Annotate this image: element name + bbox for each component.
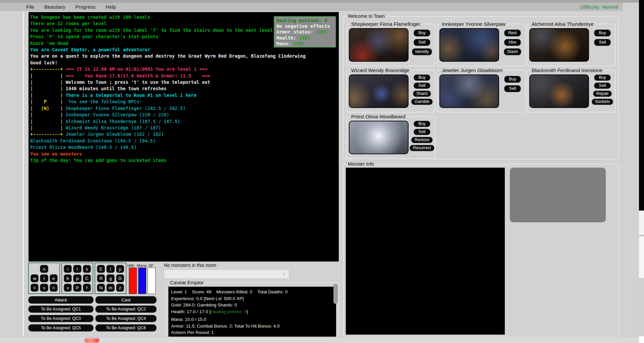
priest-restore-button[interactable]: Restore xyxy=(411,137,433,143)
key-N[interactable]: N xyxy=(97,284,105,292)
text-segment: Armor: 11.5; Combat Bonus: 2; Total To H… xyxy=(171,324,279,329)
key-R[interactable]: R xyxy=(97,274,105,282)
log-line: Priest Olivia Woodbeard (140.5 / 140.5) xyxy=(30,144,339,151)
shopkeeper-sell-button[interactable]: Sell xyxy=(414,39,430,46)
key-l[interactable]: l xyxy=(73,265,81,273)
status-overlay: Healing potions: 8No negative effectsArm… xyxy=(274,16,336,48)
alchemist-sell-button[interactable]: Sell xyxy=(594,39,611,46)
key->[interactable]: > xyxy=(31,284,39,292)
key-o[interactable]: o xyxy=(83,265,91,273)
key-f[interactable]: f xyxy=(83,284,91,292)
npc-card: Innkeeper Yvonne SilverpawRestHireStash xyxy=(437,23,526,66)
menu-item-help[interactable]: Help xyxy=(106,4,116,10)
wizard-portrait xyxy=(349,74,409,108)
movement-keypad: nwte>s< xyxy=(28,263,60,294)
menu-item-progress[interactable]: Progress xyxy=(75,4,96,10)
wizard-shard-button[interactable]: Shard xyxy=(413,91,431,97)
hlth-bar-label: Hlth xyxy=(127,264,134,268)
blacksmith-portrait xyxy=(529,74,589,108)
priest-portrait xyxy=(349,121,409,154)
overlay-line: Health: 100% xyxy=(276,35,333,41)
shopkeeper-identify-button[interactable]: Identify xyxy=(412,48,432,55)
log-line: | | Alchemist Ailsa Thundereye (187.5 / … xyxy=(30,118,339,125)
jeweler-buy-button[interactable]: Buy xyxy=(504,76,521,83)
edge-strip-segment xyxy=(639,336,644,343)
key-g[interactable]: g xyxy=(106,274,114,282)
key-z[interactable]: z xyxy=(116,284,124,292)
quick-command-qc2-button[interactable]: To Be Assigned: QC2 xyxy=(95,305,157,313)
key-e[interactable]: e xyxy=(50,274,58,282)
text-segment: There is a teleportal to Room #1 on leve… xyxy=(66,93,197,98)
log-line: | | === You have 17.0/17.0 Health & Armo… xyxy=(30,73,339,79)
quick-command-qc5-button[interactable]: To Be Assigned: QC5 xyxy=(28,324,94,332)
quick-command-qc1-button[interactable]: To Be Assigned: QC1 xyxy=(28,305,94,313)
menu-item-beastiary[interactable]: Beastiary xyxy=(44,4,65,10)
key-n[interactable]: n xyxy=(40,265,48,273)
text-segment: Tip of the day: You can add gems to sock… xyxy=(30,158,166,163)
text-segment: | | xyxy=(30,86,66,91)
monster-info-display xyxy=(346,168,505,335)
key-w[interactable]: w xyxy=(31,274,39,282)
blacksmith-sockets-button[interactable]: Sockets xyxy=(592,99,613,105)
npc-button-column: BuySellShardGamble xyxy=(411,74,433,105)
log-line: | | There is a teleportal to Room #1 on … xyxy=(30,92,339,99)
key-<[interactable]: < xyxy=(50,284,58,292)
jeweler-sell-button[interactable]: Sell xyxy=(504,85,521,92)
text-segment: You see the following NPCs: xyxy=(66,99,142,104)
text-segment: Mana: 15.0 / 15.0 xyxy=(171,317,206,322)
key-G[interactable]: G xyxy=(116,274,124,282)
text-segment: You are Caveat Emptor, a powerful advent… xyxy=(30,47,150,52)
key-x[interactable]: x xyxy=(64,284,72,292)
quick-command-qc4-button[interactable]: To Be Assigned: QC4 xyxy=(95,315,157,322)
priest-resurrect-button[interactable]: Resurrect xyxy=(410,145,434,151)
cast-button[interactable]: Cast xyxy=(95,296,157,304)
priest-buy-button[interactable]: Buy xyxy=(414,121,430,127)
blacksmith-repair-button[interactable]: Repair xyxy=(593,91,612,97)
key-i[interactable]: i xyxy=(64,265,72,273)
text-segment: | | xyxy=(30,125,66,130)
hlth-bar xyxy=(129,268,137,294)
quick-command-qc6-button[interactable]: To Be Assigned: QC6 xyxy=(95,324,157,332)
character-stats-scrollbar[interactable] xyxy=(333,284,338,304)
key-P[interactable]: P xyxy=(73,284,81,292)
text-segment: There are 32 rooms per level xyxy=(30,21,107,26)
shopkeeper-buy-button[interactable]: Buy xyxy=(414,30,430,37)
alchemist-buy-button[interactable]: Buy xyxy=(594,30,611,37)
wizard-gamble-button[interactable]: Gamble xyxy=(411,99,433,105)
key-t[interactable]: t xyxy=(40,274,48,282)
npc-button-column: BuySellRepairSockets xyxy=(592,74,613,105)
npc-card-title: Priest Olivia Woodbeard xyxy=(350,114,407,119)
log-line: Good luck! xyxy=(30,60,339,66)
key-m[interactable]: m xyxy=(106,284,114,292)
character-stat-line: Gold: 284.0; Gambling Shards: 0 xyxy=(171,302,333,308)
jeweler-portrait xyxy=(439,74,499,108)
attack-button[interactable]: Attack xyxy=(28,296,94,304)
key-s[interactable]: s xyxy=(40,284,48,292)
blacksmith-buy-button[interactable]: Buy xyxy=(594,74,611,81)
wizard-sell-button[interactable]: Sell xyxy=(414,82,430,89)
npc-card: Wizard Wendy BrassridgeBuySellShardGambl… xyxy=(346,70,435,113)
menu-item-file[interactable]: File xyxy=(26,4,34,10)
innkeeper-rest-button[interactable]: Rest xyxy=(504,30,521,37)
innkeeper-hire-button[interactable]: Hire xyxy=(504,39,521,46)
wizard-buy-button[interactable]: Buy xyxy=(414,74,430,81)
npc-card-title: Alchemist Ailsa Thundereye xyxy=(530,21,595,27)
key-h[interactable]: h xyxy=(64,274,72,282)
edge-strip-segment xyxy=(639,278,644,336)
npc-card-title: Innkeeper Yvonne Silverpaw xyxy=(440,21,507,27)
key-y[interactable]: y xyxy=(116,265,124,273)
game-window: FileBeastiaryProgressHelpDifficulty: Nor… xyxy=(0,0,644,343)
npc-button-column: RestHireStash xyxy=(502,30,523,55)
taskbar-app-icon[interactable] xyxy=(85,338,99,343)
shopkeeper-portrait xyxy=(349,28,409,62)
monster-select-dropdown[interactable]: ∨ xyxy=(164,270,289,279)
key-E[interactable]: E xyxy=(97,265,105,273)
priest-sell-button[interactable]: Sell xyxy=(414,129,430,135)
npc-button-column: BuySell xyxy=(502,76,523,92)
key-p[interactable]: p xyxy=(73,274,81,282)
key-I[interactable]: I xyxy=(106,265,114,273)
key-C[interactable]: C xyxy=(83,274,91,282)
blacksmith-sell-button[interactable]: Sell xyxy=(594,82,611,89)
innkeeper-stash-button[interactable]: Stash xyxy=(504,48,521,55)
quick-command-qc3-button[interactable]: To Be Assigned: QC3 xyxy=(28,315,94,322)
